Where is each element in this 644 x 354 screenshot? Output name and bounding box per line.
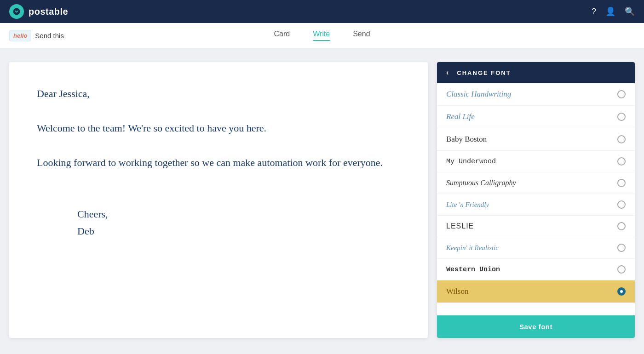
font-item-wilson[interactable]: Wilson xyxy=(437,280,635,303)
tab-write[interactable]: Write xyxy=(313,30,330,41)
font-radio-keepin xyxy=(617,244,626,252)
search-icon[interactable]: 🔍 xyxy=(625,6,635,17)
font-radio-western xyxy=(617,265,626,274)
font-radio-leslie xyxy=(617,222,626,230)
font-radio-sumptuous xyxy=(617,179,626,187)
top-navigation: postable ? 👤 🔍 xyxy=(0,0,644,23)
subheader: hello Send this Card Write Send xyxy=(0,23,644,48)
back-button[interactable]: ‹ xyxy=(446,69,449,77)
subheader-tabs: Card Write Send xyxy=(274,30,370,41)
font-item-reallife[interactable]: Real Life xyxy=(437,106,635,128)
font-radio-wilson xyxy=(617,287,626,296)
font-item-keepin[interactable]: Keepin' it Realistic xyxy=(437,237,635,259)
font-panel-title: CHANGE FONT xyxy=(457,69,511,76)
font-list: Classic HandwritingReal LifeBaby BostonM… xyxy=(437,83,635,315)
font-panel: ‹ CHANGE FONT Classic HandwritingReal Li… xyxy=(437,62,635,338)
font-name-baby: Baby Boston xyxy=(446,135,487,144)
main-content: Dear Jessica, Welcome to the team! We're… xyxy=(0,48,644,352)
font-name-friendly: Lite 'n Friendly xyxy=(446,201,489,209)
font-radio-baby xyxy=(617,135,626,143)
brand: postable xyxy=(9,4,68,19)
font-name-wilson: Wilson xyxy=(446,287,468,296)
font-item-underwood[interactable]: My Underwood xyxy=(437,151,635,172)
help-icon[interactable]: ? xyxy=(592,7,596,17)
font-item-leslie[interactable]: LESLIE xyxy=(437,216,635,237)
logo[interactable] xyxy=(9,4,24,19)
font-name-underwood: My Underwood xyxy=(446,158,496,166)
font-item-friendly[interactable]: Lite 'n Friendly xyxy=(437,194,635,216)
tab-card[interactable]: Card xyxy=(274,30,290,41)
font-radio-classic xyxy=(617,90,626,98)
svg-point-0 xyxy=(13,8,21,16)
font-name-leslie: LESLIE xyxy=(446,222,474,230)
nav-icons: ? 👤 🔍 xyxy=(592,6,635,17)
font-panel-header: ‹ CHANGE FONT xyxy=(437,62,635,83)
brand-name: postable xyxy=(29,6,68,17)
hello-badge: hello xyxy=(9,30,31,41)
card-text: Dear Jessica, Welcome to the team! We're… xyxy=(37,85,383,240)
font-radio-friendly xyxy=(617,200,626,209)
font-item-western[interactable]: Western Union xyxy=(437,259,635,280)
send-this-label: Send this xyxy=(35,32,64,40)
font-name-sumptuous: Sumptuous Calligraphy xyxy=(446,179,516,187)
send-this-section: hello Send this xyxy=(9,30,64,41)
user-icon[interactable]: 👤 xyxy=(605,6,615,17)
font-name-reallife: Real Life xyxy=(446,112,475,121)
card-preview: Dear Jessica, Welcome to the team! We're… xyxy=(9,62,428,338)
font-radio-reallife xyxy=(617,113,626,121)
font-name-western: Western Union xyxy=(446,266,500,274)
font-radio-underwood xyxy=(617,157,626,166)
tab-send[interactable]: Send xyxy=(353,30,370,41)
font-item-baby[interactable]: Baby Boston xyxy=(437,128,635,151)
font-item-sumptuous[interactable]: Sumptuous Calligraphy xyxy=(437,172,635,194)
font-name-classic: Classic Handwriting xyxy=(446,90,511,99)
font-name-keepin: Keepin' it Realistic xyxy=(446,244,499,252)
font-item-classic[interactable]: Classic Handwriting xyxy=(437,83,635,106)
save-font-button[interactable]: Save font xyxy=(437,315,635,338)
